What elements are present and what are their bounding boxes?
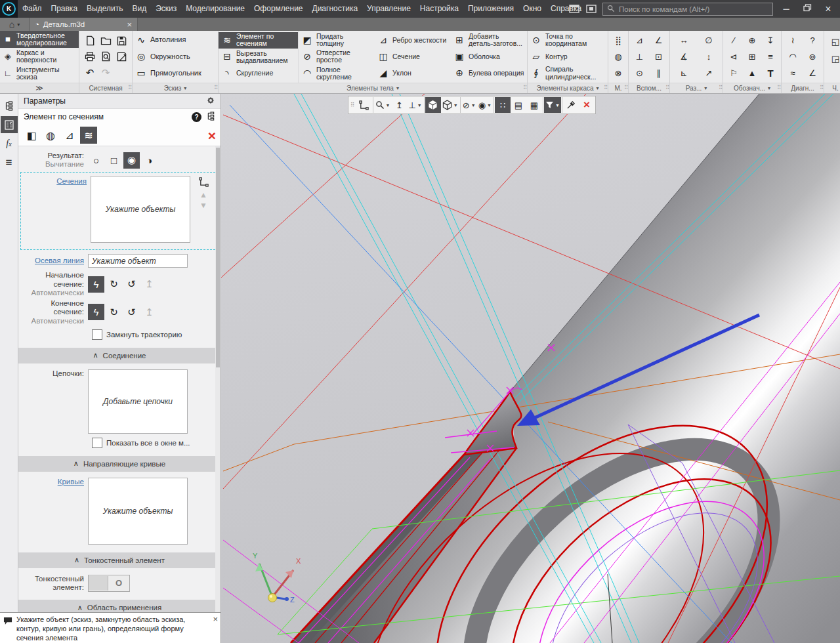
dim-vertical-icon[interactable]: ↕ — [702, 51, 715, 64]
scale-icon[interactable]: ⊗ — [612, 67, 625, 80]
result-intersect-icon[interactable]: ◑ — [141, 152, 158, 169]
group-grip[interactable]: ⠿ — [719, 85, 722, 91]
chevron-down-icon[interactable]: ▾ — [597, 85, 599, 91]
axis-line-link[interactable]: Осевая линия — [35, 257, 84, 264]
menu-applications[interactable]: Приложения — [463, 0, 518, 18]
mode-sketch-tools[interactable]: ∟Инструменты эскиза — [0, 65, 79, 82]
flag-icon[interactable]: ⚐ — [727, 67, 740, 80]
chevron-down-icon[interactable]: ▾ — [396, 85, 399, 91]
start-normal-icon[interactable]: ↻ — [106, 276, 122, 293]
array-icon[interactable]: ⣿ — [612, 34, 625, 47]
3d-scene[interactable]: Y X Z — [221, 94, 840, 643]
leader-icon[interactable]: ↧ — [764, 34, 777, 47]
tolerance-icon[interactable]: ⊞ — [746, 51, 759, 64]
toolbar-grip[interactable]: ⠿ — [349, 102, 356, 108]
aux-plane-icon[interactable]: ⊿ — [633, 34, 646, 47]
local-csys-button[interactable] — [356, 97, 372, 113]
modes-expand[interactable]: ≫ — [0, 83, 79, 93]
simple-hole-button[interactable]: ⊘Отверстие простое — [299, 49, 375, 65]
smooth-icon[interactable]: ≈ — [786, 67, 799, 80]
aux-point-icon[interactable]: ⊙ — [633, 67, 646, 80]
minimize-button[interactable]: ─ — [778, 4, 794, 14]
menu-modeling[interactable]: Моделирование — [181, 0, 249, 18]
deviation-icon[interactable]: ⊚ — [806, 51, 819, 64]
group-grip[interactable]: ⠿ — [604, 85, 607, 91]
new-document-button[interactable] — [83, 33, 97, 48]
curvature-icon[interactable]: ◠ — [786, 51, 799, 64]
preview-button[interactable] — [98, 49, 113, 64]
aux-parallel-icon[interactable]: ∥ — [652, 67, 665, 80]
dim-diameter-icon[interactable]: ∅ — [702, 34, 715, 47]
chevron-down-icon[interactable]: ▾ — [704, 85, 707, 91]
group-grip[interactable]: ⠿ — [214, 85, 217, 91]
curves-listbox[interactable]: Укажите объекты — [88, 478, 188, 545]
group-grip[interactable]: ⠿ — [624, 85, 627, 91]
end-auto-icon[interactable]: ϟ — [88, 304, 104, 320]
hide-objects-button[interactable]: ⊘▼ — [461, 97, 477, 113]
loft-element-button[interactable]: ≋Элемент по сечениям — [219, 32, 298, 49]
menu-select[interactable]: Выделить — [82, 0, 127, 18]
menu-view[interactable]: Вид — [127, 0, 151, 18]
revolve-op-icon[interactable]: ◍ — [42, 127, 59, 144]
gear-icon[interactable] — [206, 96, 215, 107]
tab-close-icon[interactable]: × — [127, 20, 132, 30]
note-icon[interactable]: ≡ — [764, 51, 777, 64]
save-button[interactable] — [114, 33, 129, 48]
undo-button[interactable]: ↶ — [83, 66, 97, 80]
section-connection[interactable]: ∧Соединение — [18, 348, 220, 363]
app-logo-icon[interactable]: K — [0, 0, 18, 18]
restore-button[interactable] — [799, 4, 815, 14]
start-by-object-icon[interactable]: ↺ — [123, 276, 140, 293]
dim-perp-icon[interactable]: ⊾ — [677, 67, 690, 80]
panel-scrollbar[interactable] — [215, 146, 220, 643]
close-trajectory-checkbox[interactable] — [92, 329, 102, 340]
cut-extrude-button[interactable]: ⊟Вырезать выдавливанием — [219, 49, 298, 66]
print-button[interactable] — [83, 49, 97, 64]
result-union-icon[interactable]: ○ — [88, 152, 104, 169]
redo-button[interactable]: ↷ — [98, 66, 113, 80]
mode-solid-modeling[interactable]: ■Твердотельное моделирование — [0, 31, 79, 48]
panel-menu-button[interactable]: ≡ — [1, 154, 18, 171]
shell-button[interactable]: ▣Оболочка — [451, 49, 527, 65]
fillet-button[interactable]: ◝Скругление — [219, 66, 298, 81]
window-screens-icon[interactable] — [585, 5, 597, 14]
dim-leader-icon[interactable]: ↗ — [702, 67, 715, 80]
axis-line-input[interactable]: Укажите объект — [88, 254, 188, 268]
menu-settings[interactable]: Настройка — [415, 0, 463, 18]
eyedropper-button[interactable] — [563, 97, 579, 113]
zoom-button[interactable]: ▼ — [374, 97, 392, 113]
close-button[interactable]: × — [820, 3, 836, 15]
sketch-corner-icon[interactable] — [199, 177, 209, 188]
cancel-operation-icon[interactable]: × — [208, 129, 216, 142]
menu-edit[interactable]: Правка — [47, 0, 83, 18]
move-up-icon[interactable]: ▲ — [200, 192, 207, 199]
model-tree-button[interactable] — [1, 97, 18, 114]
shaded-display-button[interactable] — [425, 97, 441, 113]
section-thin-wall[interactable]: ∧Тонкостенный элемент — [18, 552, 220, 568]
sections-listbox[interactable]: Укажите объекты — [91, 176, 190, 243]
snap-button[interactable]: ∷ — [495, 97, 511, 113]
result-subtract-icon[interactable]: ◉ — [123, 152, 140, 169]
menu-layout[interactable]: Оформление — [249, 0, 307, 18]
thicken-button[interactable]: ◩Придать толщину — [299, 32, 375, 49]
open-document-button[interactable] — [98, 33, 113, 48]
show-all-checkbox[interactable] — [92, 438, 102, 448]
spiral-button[interactable]: ∮Спираль цилиндрическ... — [528, 65, 608, 81]
section-button[interactable]: ◫Сечение — [375, 49, 451, 65]
layers-button[interactable]: ▤ — [511, 97, 526, 113]
menu-management[interactable]: Управление — [362, 0, 415, 18]
view-create-icon[interactable]: ◱ — [829, 35, 840, 48]
sections-link[interactable]: Сечения — [56, 177, 87, 185]
arrow-icon[interactable]: ▲ — [746, 67, 759, 80]
menu-diagnostics[interactable]: Диагностика — [308, 0, 363, 18]
window-layout-icon[interactable] — [568, 5, 580, 14]
menu-file[interactable]: Файл — [18, 0, 47, 18]
menu-sketch[interactable]: Эскиз — [151, 0, 181, 18]
end-by-object-icon[interactable]: ↺ — [123, 304, 140, 320]
filter-button[interactable]: ▼ — [544, 97, 561, 113]
dim-linear-icon[interactable]: ↔ — [677, 34, 690, 47]
move-down-icon[interactable]: ▼ — [200, 203, 207, 209]
variables-button[interactable]: fx — [1, 135, 18, 152]
menu-window[interactable]: Окно — [518, 0, 546, 18]
tree-toggle-icon[interactable] — [207, 112, 215, 123]
